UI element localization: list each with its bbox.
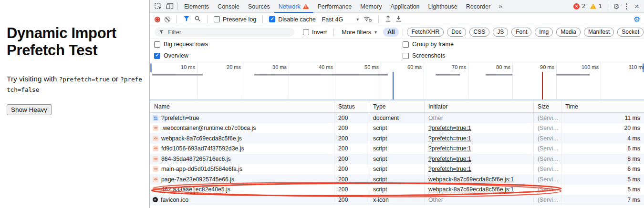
chip-media[interactable]: Media <box>556 28 581 37</box>
export-har-icon[interactable] <box>395 15 402 23</box>
tab-console[interactable]: Console <box>213 0 244 13</box>
size-cell: (Servi… <box>534 113 561 123</box>
overview-checkbox[interactable]: Overview <box>154 52 403 59</box>
chip-font[interactable]: Font <box>511 28 531 37</box>
script-icon: <> <box>153 187 158 192</box>
checkbox[interactable] <box>214 16 220 22</box>
tab-memory[interactable]: Memory <box>356 0 386 13</box>
disable-cache-checkbox[interactable]: Disable cache <box>269 16 316 23</box>
warning-badge-icon[interactable]: ! <box>590 4 596 9</box>
initiator-link[interactable]: webpack-8a7c69ecda8c5f6e.js:1 <box>428 186 514 193</box>
timeline-gridline <box>289 62 289 99</box>
group-by-frame-label: Group by frame <box>412 41 454 48</box>
import-har-icon[interactable] <box>385 15 391 23</box>
screenshots-checkbox[interactable]: Screenshots <box>403 52 445 59</box>
initiator-text: Other <box>428 197 443 203</box>
time-cell: 4 ms <box>561 133 644 144</box>
invert-checkbox[interactable]: Invert <box>303 29 327 36</box>
devtools-tabbar: ElementsConsoleSourcesNetwork!Performanc… <box>150 0 644 13</box>
more-filters-dropdown[interactable]: More filters ▾ <box>342 29 377 36</box>
error-badge-icon[interactable]: × <box>573 3 580 10</box>
column-header-size[interactable]: Size <box>534 100 561 112</box>
settings-gear-icon[interactable]: ⚙ <box>613 3 620 10</box>
column-header-time[interactable]: Time <box>561 100 644 112</box>
chip-js[interactable]: JS <box>493 28 508 37</box>
big-request-rows-checkbox[interactable]: Big request rows <box>154 41 403 48</box>
table-row[interactable]: <>.webcontainer@runtime.cb7c0bca.js200sc… <box>150 123 644 134</box>
name-cell: <>webpack-8a7c69ecda8c5f6e.js <box>150 133 334 144</box>
chip-all[interactable]: All <box>383 28 399 37</box>
tab-label: Memory <box>360 3 382 10</box>
chip-socket[interactable]: Socket <box>617 28 644 37</box>
tab-label: Sources <box>248 3 270 10</box>
checkbox[interactable] <box>269 16 275 22</box>
close-icon[interactable]: × <box>634 2 639 10</box>
clear-button[interactable] <box>165 17 170 22</box>
network-overview-timeline[interactable]: 10 ms20 ms30 ms40 ms50 ms60 ms70 ms80 ms… <box>150 62 644 100</box>
status-cell: 200 <box>334 113 369 123</box>
column-header-name[interactable]: Name <box>150 100 334 112</box>
initiator-link[interactable]: webpack-8a7c69ecda8c5f6e.js:1 <box>428 176 514 183</box>
column-header-initiator[interactable]: Initiator <box>425 100 534 112</box>
overview-left-handle[interactable] <box>150 63 152 72</box>
device-toolbar-icon[interactable] <box>164 0 176 12</box>
table-row[interactable]: <>462.a33aae1ec82e40e5.js200scriptwebpac… <box>150 185 644 195</box>
chip-css[interactable]: CSS <box>469 28 490 37</box>
table-row[interactable]: <>webpack-8a7c69ecda8c5f6e.js200script?p… <box>150 133 644 144</box>
checkbox[interactable] <box>403 53 409 59</box>
initiator-link[interactable]: ?prefetch=true:1 <box>428 135 471 142</box>
table-row[interactable]: <>864-35da487265716ec6.js200script?prefe… <box>150 154 644 164</box>
filter-toggle-icon[interactable] <box>183 16 190 23</box>
big-request-rows-label: Big request rows <box>164 41 208 48</box>
preserve-log-checkbox[interactable]: Preserve log <box>214 16 256 23</box>
tab-sources[interactable]: Sources <box>244 0 274 13</box>
checkbox[interactable] <box>154 53 160 59</box>
chevron-down-icon: ▾ <box>374 30 377 35</box>
throttling-dropdown[interactable]: Fast 4G ▾ <box>322 16 359 23</box>
network-conditions-icon[interactable] <box>363 16 372 23</box>
checkbox[interactable] <box>154 41 160 48</box>
network-settings-gear-icon[interactable]: ⚙ <box>634 16 640 23</box>
group-by-frame-checkbox[interactable]: Group by frame <box>403 41 454 48</box>
table-row[interactable]: <>page-7ae23e0925745e66.js200scriptwebpa… <box>150 174 644 185</box>
chip-doc[interactable]: Doc <box>447 28 466 37</box>
chip-img[interactable]: Img <box>535 28 553 37</box>
initiator-link[interactable]: ?prefetch=true:1 <box>428 156 471 162</box>
search-icon[interactable] <box>194 15 201 23</box>
table-row[interactable]: favicon.ico200x-iconOther(Servi…7 ms <box>150 195 644 205</box>
table-row[interactable]: <>main-app-dd5d01d5f584e6fa.js200script?… <box>150 164 644 175</box>
time-cell: 5 ms <box>561 185 644 195</box>
column-header-status[interactable]: Status <box>334 100 369 112</box>
timeline-gridline <box>197 62 197 99</box>
initiator-link[interactable]: ?prefetch=true:1 <box>428 166 471 172</box>
page-title: Dynamic Import Prefetch Test <box>7 25 132 59</box>
filter-input[interactable] <box>167 29 290 36</box>
table-row[interactable]: <>fd9d1056-693ad74f37592d3e.js200script?… <box>150 144 644 154</box>
chip-manifest[interactable]: Manifest <box>584 28 614 37</box>
inspect-element-icon[interactable] <box>153 0 164 12</box>
favicon-icon <box>153 197 158 202</box>
table-row[interactable]: ?prefetch=true200documentOther(Servi…11 … <box>150 113 644 123</box>
show-heavy-button[interactable]: Show Heavy <box>7 104 52 115</box>
warning-count[interactable]: 1 <box>599 3 602 10</box>
checkbox[interactable] <box>303 29 309 35</box>
tab-lighthouse[interactable]: Lighthouse <box>424 0 462 13</box>
initiator-link[interactable]: ?prefetch=true:1 <box>428 125 471 131</box>
tab-application[interactable]: Application <box>386 0 424 13</box>
tab-elements[interactable]: Elements <box>180 0 213 13</box>
timeline-gridline <box>335 62 335 99</box>
tab-network[interactable]: Network! <box>274 0 313 13</box>
more-tabs-button[interactable]: » <box>495 2 506 10</box>
initiator-link[interactable]: ?prefetch=true:1 <box>428 145 471 152</box>
chip-fetchxhr[interactable]: Fetch/XHR <box>407 28 444 37</box>
record-button[interactable] <box>155 17 160 22</box>
error-count[interactable]: 2 <box>582 3 585 10</box>
checkbox[interactable] <box>403 41 409 48</box>
tab-recorder[interactable]: Recorder <box>462 0 495 13</box>
name-cell: <>fd9d1056-693ad74f37592d3e.js <box>150 144 334 154</box>
column-header-type[interactable]: Type <box>369 100 425 112</box>
tab-performance[interactable]: Performance <box>313 0 356 13</box>
kebab-menu-icon[interactable] <box>626 6 627 7</box>
size-cell: (Servi… <box>534 195 561 205</box>
requests-table-header: NameStatusTypeInitiatorSizeTime <box>150 100 644 113</box>
